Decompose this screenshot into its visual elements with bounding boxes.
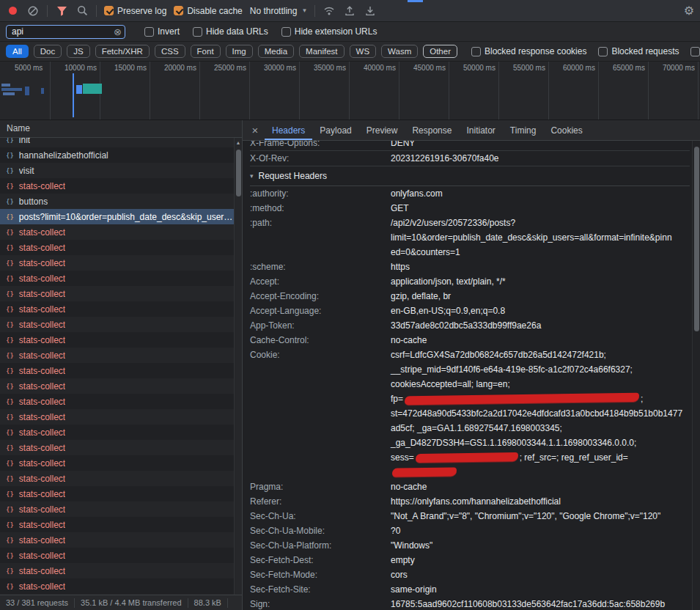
request-row[interactable]: {}stats-collect [0, 563, 234, 578]
file-type-icon: {} [6, 460, 14, 467]
checkbox-preserve-log[interactable]: Preserve log [104, 6, 166, 16]
checkbox-blocked-response-cookies[interactable]: Blocked response cookies [471, 46, 586, 56]
filter-chip-wasm[interactable]: Wasm [381, 45, 418, 58]
details-scrollbar-thumb[interactable] [694, 147, 699, 331]
request-row[interactable]: {}buttons [0, 194, 234, 209]
request-row[interactable]: {}visit [0, 163, 234, 178]
scroll-up-arrow[interactable]: ▲ [235, 138, 242, 145]
request-name: stats-collect [19, 350, 65, 361]
request-row[interactable]: {}stats-collect [0, 440, 234, 455]
request-row[interactable]: {}stats-collect [0, 425, 234, 440]
scrollbar-thumb[interactable] [236, 150, 241, 196]
filter-chip-manifest[interactable]: Manifest [299, 45, 344, 58]
request-row[interactable]: {}hannahelizabethofficial [0, 147, 234, 163]
toolbar-checkbox-group: Preserve logDisable cache [104, 6, 243, 16]
file-type-icon: {} [6, 306, 14, 313]
request-row[interactable]: {}stats-collect [0, 255, 234, 271]
request-name: stats-collect [19, 520, 65, 530]
request-row[interactable]: {}stats-collect [0, 532, 234, 548]
request-row[interactable]: {}stats-collect [0, 332, 234, 348]
tab-headers[interactable]: Headers [265, 120, 312, 140]
tab-preview[interactable]: Preview [359, 120, 405, 140]
filter-input[interactable] [6, 25, 125, 39]
checkbox-invert[interactable]: Invert [144, 26, 180, 37]
export-har-button[interactable] [343, 4, 356, 18]
file-type-icon: {} [6, 444, 14, 452]
checkbox-hide-extension-urls[interactable]: Hide extension URLs [281, 26, 377, 37]
details-scrollbar[interactable] [692, 141, 700, 610]
header-value: onlyfans.com [391, 186, 690, 201]
search-button[interactable] [75, 4, 89, 18]
tab-payload[interactable]: Payload [312, 120, 358, 140]
request-headers-section[interactable]: ▾ Request Headers [250, 166, 690, 185]
filter-chip-css[interactable]: CSS [155, 45, 185, 58]
request-name: stats-collect [19, 273, 65, 284]
tab-response[interactable]: Response [405, 120, 459, 140]
filter-chip-js[interactable]: JS [67, 45, 89, 58]
tab-cookies[interactable]: Cookies [543, 120, 589, 140]
request-row[interactable]: {}stats-collect [0, 363, 234, 378]
request-row[interactable]: {}stats-collect [0, 378, 234, 394]
request-row[interactable]: {}stats-collect [0, 240, 234, 255]
header-row: Accept:application/json, text/plain, */* [250, 274, 690, 289]
request-row[interactable]: {}stats-collect [0, 317, 234, 332]
request-row[interactable]: {}stats-collect [0, 517, 234, 532]
request-row[interactable]: {}stats-collect [0, 224, 234, 240]
file-type-icon: {} [6, 290, 14, 298]
close-details-icon[interactable]: × [248, 124, 262, 136]
filter-chip-doc[interactable]: Doc [34, 45, 62, 58]
checkbox-blocked-requests[interactable]: Blocked requests [598, 46, 679, 56]
filter-chip-all[interactable]: All [6, 45, 29, 58]
clear-network-log-button[interactable] [26, 4, 40, 18]
request-row[interactable]: {}posts?limit=10&order=publish_date_desc… [0, 209, 234, 224]
request-row[interactable]: {}stats-collect [0, 548, 234, 563]
throttling-select[interactable]: No throttling ▼ [250, 6, 308, 16]
filter-chip-img[interactable]: Img [226, 45, 253, 58]
clear-filter-icon[interactable]: ⊗ [114, 26, 122, 38]
request-row[interactable]: {}stats-collect [0, 178, 234, 194]
timeline-gridline [449, 62, 449, 120]
request-list-scrollbar[interactable]: ▲ [234, 138, 242, 595]
import-har-button[interactable] [364, 4, 377, 18]
checkbox-disable-cache[interactable]: Disable cache [174, 6, 242, 16]
settings-gear-icon[interactable]: ⚙ [684, 5, 694, 17]
tab-initiator[interactable]: Initiator [459, 120, 502, 140]
file-type-icon: {} [6, 367, 14, 375]
file-type-icon: {} [6, 537, 14, 544]
filter-chip-font[interactable]: Font [191, 45, 221, 58]
request-row[interactable]: {}stats-collect [0, 286, 234, 301]
request-row[interactable]: {}stats-collect [0, 501, 234, 517]
request-row[interactable]: {}stats-collect [0, 594, 234, 595]
disclosure-triangle-icon: ▾ [250, 172, 254, 180]
timeline-activity-mark [3, 92, 15, 95]
request-row[interactable]: {}stats-collect [0, 301, 234, 317]
record-button[interactable] [6, 4, 19, 18]
request-row[interactable]: {}stats-collect [0, 486, 234, 501]
filter-chip-ws[interactable]: WS [350, 45, 377, 58]
timeline-activity-mark [1, 84, 10, 87]
request-row[interactable]: {}stats-collect [0, 455, 234, 471]
checkbox-hide-data-urls[interactable]: Hide data URLs [193, 26, 268, 37]
filter-chip-media[interactable]: Media [258, 45, 294, 58]
request-row[interactable]: {}stats-collect [0, 394, 234, 409]
tab-timing[interactable]: Timing [503, 120, 544, 140]
arrow-down-to-tray-icon [364, 5, 376, 17]
timeline-gridline [199, 62, 200, 120]
throttling-value: No throttling [250, 6, 298, 16]
checkbox-3rd-party-requests[interactable]: 3rd-party requests [690, 46, 700, 56]
filter-button[interactable] [55, 4, 68, 18]
request-row[interactable]: {}stats-collect [0, 348, 234, 363]
filter-chip-fetch-xhr[interactable]: Fetch/XHR [95, 45, 150, 58]
request-row[interactable]: {}init [0, 138, 234, 147]
filter-chip-other[interactable]: Other [423, 45, 457, 58]
name-column-header[interactable]: Name [0, 120, 242, 138]
request-row[interactable]: {}stats-collect [0, 409, 234, 425]
file-type-icon: {} [6, 198, 14, 205]
request-row[interactable]: {}stats-collect [0, 271, 234, 286]
request-row[interactable]: {}stats-collect [0, 471, 234, 486]
network-conditions-button[interactable] [323, 4, 336, 18]
timeline-overview[interactable]: 5000 ms10000 ms15000 ms20000 ms25000 ms3… [0, 62, 700, 120]
file-type-icon: {} [6, 275, 14, 282]
request-row[interactable]: {}stats-collect [0, 578, 234, 594]
filter-toolbar: ⊗ InvertHide data URLsHide extension URL… [0, 22, 700, 42]
